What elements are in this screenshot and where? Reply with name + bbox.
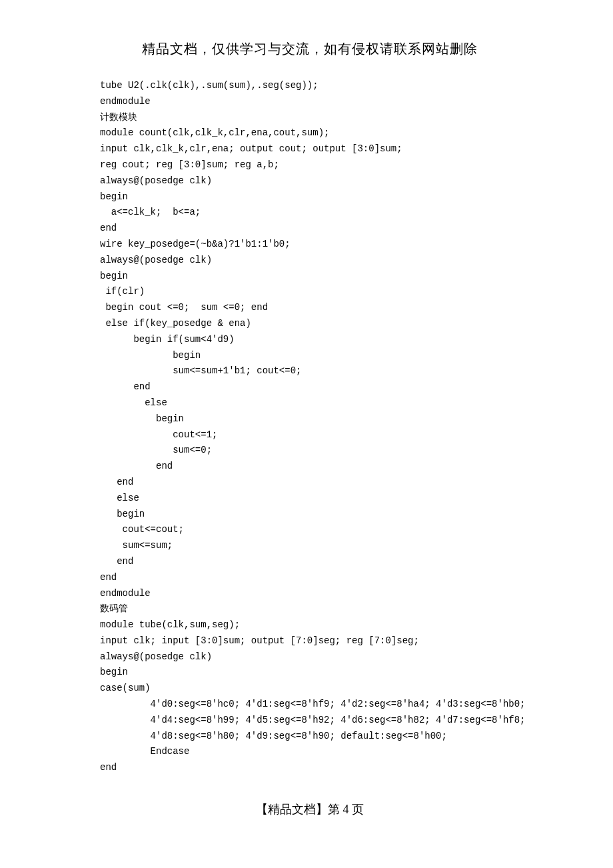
code-line: begin	[100, 271, 128, 281]
code-line: end	[100, 223, 117, 233]
code-line: sum<=sum+1'b1; cout<=0;	[100, 365, 301, 376]
code-line: reg cout; reg [3:0]sum; reg a,b;	[100, 159, 279, 170]
code-line: else	[100, 493, 139, 503]
code-line: 4'd4:seg<=8'h99; 4'd5:seg<=8'h92; 4'd6:s…	[100, 715, 526, 725]
code-line: always@(posedge clk)	[100, 255, 212, 265]
code-line: sum<=0;	[100, 445, 212, 455]
code-line: cout<=1;	[100, 429, 217, 440]
code-line: if(clr)	[100, 286, 145, 297]
code-line: endmodule	[100, 588, 151, 599]
code-line: end	[100, 572, 117, 583]
code-line: else if(key_posedge & ena)	[100, 318, 251, 329]
code-line: begin if(sum<4'd9)	[100, 334, 235, 345]
code-line: begin cout <=0; sum <=0; end	[100, 302, 268, 313]
code-line: end	[100, 556, 133, 567]
code-line: input clk; input [3:0]sum; output [7:0]s…	[100, 635, 419, 646]
code-line: begin	[100, 350, 201, 361]
code-line: 4'd0:seg<=8'hc0; 4'd1:seg<=8'hf9; 4'd2:s…	[100, 699, 526, 709]
code-line: cout<=cout;	[100, 524, 184, 535]
code-line: Endcase	[100, 746, 189, 757]
code-line: tube U2(.clk(clk),.sum(sum),.seg(seg));	[100, 80, 318, 91]
code-line: 计数模块	[100, 112, 137, 123]
code-line: else	[100, 397, 167, 408]
code-line: a<=clk_k; b<=a;	[100, 207, 201, 217]
code-line: wire key_posedge=(~b&a)?1'b1:1'b0;	[100, 239, 291, 249]
code-line: 4'd8:seg<=8'h80; 4'd9:seg<=8'h90; defaul…	[100, 731, 447, 741]
code-line: 数码管	[100, 603, 128, 614]
code-line: sum<=sum;	[100, 540, 173, 551]
code-line: begin	[100, 509, 145, 519]
code-line: always@(posedge clk)	[100, 651, 212, 662]
code-line: end	[100, 381, 151, 392]
code-line: begin	[100, 413, 184, 424]
page-footer: 【精品文档】第 4 页	[100, 801, 520, 817]
code-line: always@(posedge clk)	[100, 175, 212, 186]
document-page: 精品文档，仅供学习与交流，如有侵权请联系网站删除 tube U2(.clk(cl…	[0, 0, 613, 844]
code-line: module count(clk,clk_k,clr,ena,cout,sum)…	[100, 127, 329, 138]
code-line: module tube(clk,sum,seg);	[100, 619, 240, 630]
code-line: end	[100, 762, 117, 773]
code-line: endmodule	[100, 96, 151, 107]
code-line: case(sum)	[100, 683, 151, 693]
code-line: end	[100, 461, 173, 471]
code-line: input clk,clk_k,clr,ena; output cout; ou…	[100, 143, 402, 154]
code-line: begin	[100, 191, 128, 202]
document-header: 精品文档，仅供学习与交流，如有侵权请联系网站删除	[100, 40, 520, 58]
code-content: tube U2(.clk(clk),.sum(sum),.seg(seg)); …	[100, 78, 520, 776]
code-line: end	[100, 477, 133, 487]
code-line: begin	[100, 667, 128, 677]
